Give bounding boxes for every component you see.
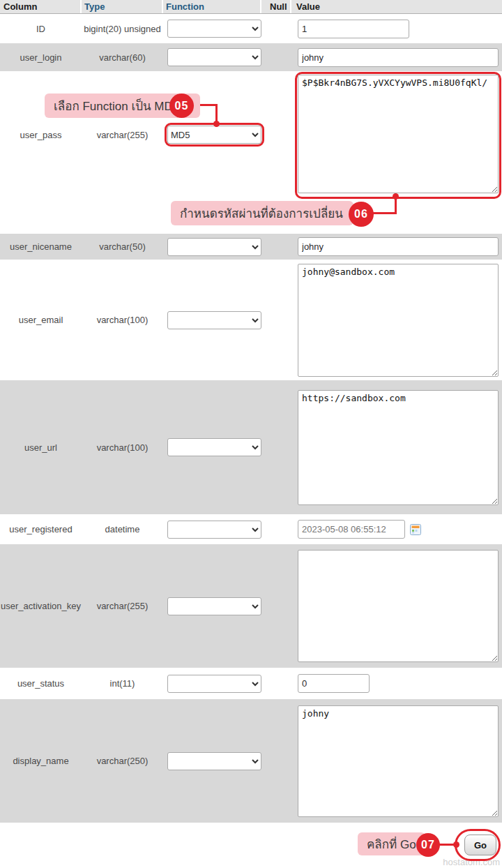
column-type: varchar(60) [82, 52, 163, 63]
table-row-user-registered: user_registered datetime [0, 514, 502, 544]
value-cell: johny@sandbox.com [291, 264, 502, 377]
connector-dot [393, 193, 399, 200]
phpmyadmin-edit-row-page: Column Type Function Null Value ID bigin… [0, 0, 502, 868]
function-select[interactable] [167, 438, 261, 456]
column-name: user_login [0, 52, 82, 63]
column-type: varchar(100) [82, 315, 163, 325]
value-input-id[interactable] [298, 20, 409, 38]
password-textarea-highlight: $P$Bkr4nBG7S.yVXCYywVPS.mi8U0fqKl/ [295, 72, 501, 199]
column-type: varchar(50) [82, 241, 163, 252]
value-textarea-user-url[interactable]: https://sandbox.com [298, 390, 499, 505]
function-cell [163, 311, 261, 329]
value-input-user-registered[interactable] [298, 520, 405, 539]
header-null: Null [261, 0, 291, 13]
column-name: user_activation_key [0, 601, 82, 611]
annotation-step7-label: คลิกที่ Go [358, 832, 425, 855]
annotation-step5-badge: 05 [169, 93, 194, 118]
function-cell [163, 20, 261, 38]
value-input-user-status[interactable] [298, 674, 370, 693]
function-select[interactable] [167, 675, 261, 693]
annotation-step7-badge: 07 [416, 833, 440, 857]
value-cell: johny [291, 705, 502, 817]
function-cell [163, 675, 261, 693]
table-row-id: ID bigint(20) unsigned [0, 14, 502, 43]
table-row-user-email: user_email varchar(100) johny@sandbox.co… [0, 260, 502, 380]
function-cell [163, 438, 261, 456]
function-cell [163, 521, 261, 539]
go-button[interactable]: Go [464, 835, 496, 855]
header-value: Value [291, 0, 502, 13]
column-name: user_email [0, 315, 82, 325]
connector-line [372, 212, 396, 214]
column-name: user_nicename [0, 241, 82, 252]
header-type: Type [82, 0, 163, 13]
value-cell [291, 550, 502, 662]
function-cell [163, 48, 261, 66]
function-cell [163, 752, 261, 770]
table-row-user-status: user_status int(11) [0, 668, 502, 699]
connector-dot [213, 121, 220, 127]
column-name: ID [0, 24, 82, 34]
value-textarea-user-activation-key[interactable] [298, 550, 499, 662]
header-column: Column [0, 0, 82, 13]
table-row-display-name: display_name varchar(250) johny [0, 699, 502, 823]
column-type: varchar(100) [82, 442, 163, 453]
value-input-user-nicename[interactable] [298, 237, 499, 256]
value-cell [291, 237, 502, 256]
column-name: user_status [0, 678, 82, 689]
value-textarea-display-name[interactable]: johny [298, 705, 499, 817]
function-cell [163, 597, 261, 615]
function-cell [163, 238, 261, 256]
value-textarea-user-pass[interactable]: $P$Bkr4nBG7S.yVXCYywVPS.mi8U0fqKl/ [298, 75, 499, 193]
column-name: display_name [0, 756, 82, 766]
function-select[interactable] [167, 48, 261, 66]
value-cell [291, 674, 502, 693]
column-type: int(11) [82, 678, 163, 689]
column-type: varchar(250) [82, 756, 163, 766]
value-input-user-login[interactable] [298, 48, 499, 67]
connector-dot [453, 841, 459, 848]
function-select[interactable] [167, 20, 261, 38]
column-name: user_url [0, 442, 82, 453]
function-select[interactable] [167, 521, 261, 539]
function-select[interactable] [167, 311, 261, 329]
table-row-user-nicename: user_nicename varchar(50) [0, 234, 502, 260]
column-type: bigint(20) unsigned [82, 24, 163, 34]
value-cell: $P$Bkr4nBG7S.yVXCYywVPS.mi8U0fqKl/ [291, 71, 502, 199]
column-type: datetime [82, 524, 163, 534]
header-function: Function [163, 0, 261, 13]
table-row-user-activation-key: user_activation_key varchar(255) [0, 544, 502, 668]
value-cell [291, 48, 502, 67]
value-textarea-user-email[interactable]: johny@sandbox.com [298, 264, 499, 377]
function-select[interactable] [167, 238, 261, 256]
table-header: Column Type Function Null Value [0, 0, 502, 14]
value-cell: https://sandbox.com [291, 390, 502, 505]
value-cell [291, 520, 502, 539]
table-row-user-login: user_login varchar(60) [0, 43, 502, 71]
column-type: varchar(255) [82, 601, 163, 611]
calendar-icon[interactable] [410, 524, 421, 535]
annotation-step6-badge: 06 [349, 202, 374, 227]
function-select[interactable] [167, 752, 261, 770]
function-select[interactable] [167, 597, 261, 615]
column-name: user_registered [0, 524, 82, 534]
table-row-user-url: user_url varchar(100) https://sandbox.co… [0, 380, 502, 514]
function-select-md5[interactable]: MD5 [167, 126, 261, 144]
annotation-step6-label: กำหนดรหัสผ่านที่ต้องการเปลี่ยน [171, 201, 353, 225]
value-cell [291, 20, 502, 38]
